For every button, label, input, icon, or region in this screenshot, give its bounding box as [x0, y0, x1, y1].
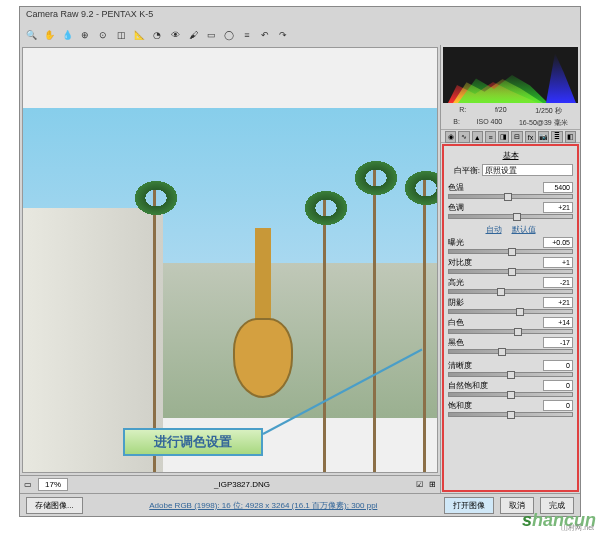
- tab-preset-icon[interactable]: ≣: [551, 131, 562, 143]
- clarity-slider[interactable]: [448, 372, 573, 377]
- open-button[interactable]: 打开图像: [444, 497, 494, 514]
- rotate-cw-icon[interactable]: ↷: [276, 28, 290, 42]
- rotate-ccw-icon[interactable]: ↶: [258, 28, 272, 42]
- shadows-input[interactable]: [543, 297, 573, 308]
- zoom-level[interactable]: 17%: [38, 478, 68, 491]
- workflow-link[interactable]: Adobe RGB (1998): 16 位; 4928 x 3264 (16.…: [89, 500, 438, 511]
- gradient-icon[interactable]: ▭: [204, 28, 218, 42]
- temp-label: 色温: [448, 182, 464, 193]
- vibrance-slider[interactable]: [448, 392, 573, 397]
- sampler-icon[interactable]: ⊕: [78, 28, 92, 42]
- tab-fx-icon[interactable]: fx: [525, 131, 536, 143]
- vibrance-input[interactable]: [543, 380, 573, 391]
- highlights-label: 高光: [448, 277, 464, 288]
- spot-icon[interactable]: ◔: [150, 28, 164, 42]
- crop-icon[interactable]: ◫: [114, 28, 128, 42]
- target-icon[interactable]: ⊙: [96, 28, 110, 42]
- tab-hsl-icon[interactable]: ≡: [485, 131, 496, 143]
- main-toolbar: 🔍 ✋ 💧 ⊕ ⊙ ◫ 📐 ◔ 👁 🖌 ▭ ◯ ≡ ↶ ↷: [20, 25, 580, 45]
- saturation-input[interactable]: [543, 400, 573, 411]
- tint-slider[interactable]: [448, 214, 573, 219]
- tab-camera-icon[interactable]: 📷: [538, 131, 549, 143]
- saturation-label: 饱和度: [448, 400, 472, 411]
- histogram[interactable]: [443, 47, 578, 103]
- tint-input[interactable]: [543, 202, 573, 213]
- whites-label: 白色: [448, 317, 464, 328]
- panel-title: 基本: [446, 148, 575, 163]
- exif-row-1: R:f/201/250 秒: [441, 105, 580, 117]
- blacks-label: 黑色: [448, 337, 464, 348]
- radial-icon[interactable]: ◯: [222, 28, 236, 42]
- redeye-icon[interactable]: 👁: [168, 28, 182, 42]
- temp-input[interactable]: [543, 182, 573, 193]
- hand-tool-icon[interactable]: ✋: [42, 28, 56, 42]
- basic-panel: 基本 白平衡: 原照设置 色温 色调 自动默认值 曝光 对比度 高光 阴影 白色…: [442, 144, 579, 492]
- whites-slider[interactable]: [448, 329, 573, 334]
- highlights-input[interactable]: [543, 277, 573, 288]
- auto-link[interactable]: 自动: [486, 224, 502, 235]
- wb-label: 白平衡:: [448, 165, 480, 176]
- default-link[interactable]: 默认值: [512, 224, 536, 235]
- blacks-input[interactable]: [543, 337, 573, 348]
- exposure-label: 曝光: [448, 237, 464, 248]
- eyedropper-icon[interactable]: 💧: [60, 28, 74, 42]
- image-preview[interactable]: 进行调色设置: [22, 47, 438, 473]
- whites-input[interactable]: [543, 317, 573, 328]
- zoom-tool-icon[interactable]: 🔍: [24, 28, 38, 42]
- contrast-label: 对比度: [448, 257, 472, 268]
- zoom-minus-icon[interactable]: ▭: [24, 480, 32, 489]
- blacks-slider[interactable]: [448, 349, 573, 354]
- contrast-input[interactable]: [543, 257, 573, 268]
- straighten-icon[interactable]: 📐: [132, 28, 146, 42]
- vibrance-label: 自然饱和度: [448, 380, 488, 391]
- brush-icon[interactable]: 🖌: [186, 28, 200, 42]
- tab-snapshot-icon[interactable]: ◧: [565, 131, 576, 143]
- preview-compare-icon[interactable]: ⊞: [429, 480, 436, 489]
- save-button[interactable]: 存储图像...: [26, 497, 83, 514]
- tab-basic-icon[interactable]: ◉: [445, 131, 456, 143]
- temp-slider[interactable]: [448, 194, 573, 199]
- shadows-label: 阴影: [448, 297, 464, 308]
- tint-label: 色调: [448, 202, 464, 213]
- preset-icon[interactable]: ≡: [240, 28, 254, 42]
- exif-row-2: B:ISO 40016-50@39 毫米: [441, 117, 580, 129]
- window-title: Camera Raw 9.2 - PENTAX K-5: [20, 7, 580, 25]
- clarity-input[interactable]: [543, 360, 573, 371]
- preview-toggle-icon[interactable]: ☑: [416, 480, 423, 489]
- tab-lens-icon[interactable]: ⊟: [511, 131, 522, 143]
- tab-detail-icon[interactable]: ▲: [472, 131, 483, 143]
- contrast-slider[interactable]: [448, 269, 573, 274]
- filename-label: _IGP3827.DNG: [74, 480, 410, 489]
- watermark-sub: 山村网.net: [561, 523, 594, 533]
- clarity-label: 清晰度: [448, 360, 472, 371]
- wb-select[interactable]: 原照设置: [482, 164, 573, 176]
- exposure-input[interactable]: [543, 237, 573, 248]
- exposure-slider[interactable]: [448, 249, 573, 254]
- highlights-slider[interactable]: [448, 289, 573, 294]
- saturation-slider[interactable]: [448, 412, 573, 417]
- tab-curve-icon[interactable]: ∿: [458, 131, 469, 143]
- shadows-slider[interactable]: [448, 309, 573, 314]
- annotation-callout: 进行调色设置: [123, 428, 263, 456]
- tab-split-icon[interactable]: ◨: [498, 131, 509, 143]
